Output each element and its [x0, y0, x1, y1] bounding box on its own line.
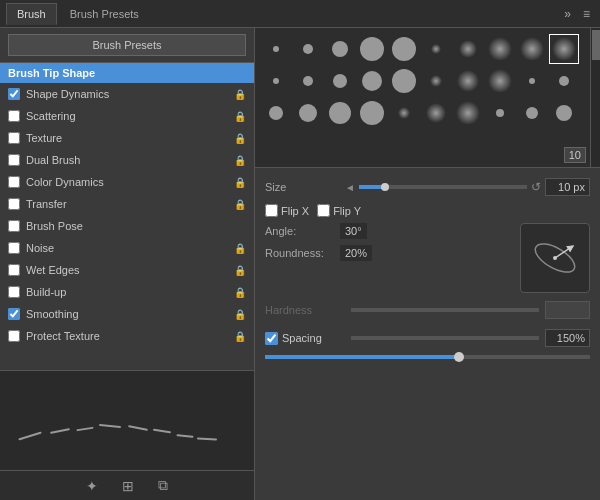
angle-roundness-row: Angle: 30° Roundness: 20%	[265, 223, 590, 293]
checkbox-noise[interactable]	[8, 242, 20, 254]
preset-item[interactable]	[293, 34, 323, 64]
size-reset-icon[interactable]: ↺	[531, 180, 541, 194]
size-value-input[interactable]	[545, 178, 590, 196]
option-shape-dynamics[interactable]: Shape Dynamics 🔒	[0, 83, 254, 105]
angle-roundness-fields: Angle: 30° Roundness: 20%	[265, 223, 510, 293]
hardness-value	[545, 301, 590, 319]
checkbox-shape-dynamics[interactable]	[8, 88, 20, 100]
preset-item[interactable]	[517, 66, 547, 96]
presets-scroll-thumb[interactable]	[592, 30, 600, 60]
angle-label: Angle:	[265, 225, 340, 237]
lock-icon-protect-texture: 🔒	[234, 331, 246, 342]
panel-menu-icon[interactable]: ≡	[579, 5, 594, 23]
preset-item[interactable]	[261, 34, 291, 64]
preset-item[interactable]	[293, 98, 323, 128]
size-slider-thumb[interactable]	[381, 183, 389, 191]
preset-item[interactable]	[549, 34, 579, 64]
presets-grid	[255, 28, 600, 134]
preset-item[interactable]	[325, 34, 355, 64]
preset-item[interactable]	[261, 66, 291, 96]
preset-item[interactable]	[325, 98, 355, 128]
angle-value: 30°	[340, 223, 367, 239]
preset-item[interactable]	[357, 34, 387, 64]
checkbox-dual-brush[interactable]	[8, 154, 20, 166]
size-slider-track[interactable]	[359, 185, 527, 189]
preset-item[interactable]	[549, 98, 579, 128]
hardness-slider[interactable]	[351, 308, 539, 312]
option-wet-edges[interactable]: Wet Edges 🔒	[0, 259, 254, 281]
option-protect-texture[interactable]: Protect Texture 🔒	[0, 325, 254, 347]
spacing-slider-thumb[interactable]	[454, 352, 464, 362]
option-transfer[interactable]: Transfer 🔒	[0, 193, 254, 215]
checkbox-texture[interactable]	[8, 132, 20, 144]
option-texture[interactable]: Texture 🔒	[0, 127, 254, 149]
preset-item[interactable]	[421, 66, 451, 96]
preset-item[interactable]	[357, 66, 387, 96]
lock-icon-smoothing: 🔒	[234, 309, 246, 320]
brush-angle-preview	[520, 223, 590, 293]
brush-angle-svg	[525, 228, 585, 288]
checkbox-scattering[interactable]	[8, 110, 20, 122]
preset-item[interactable]	[389, 66, 419, 96]
preset-item[interactable]	[549, 66, 579, 96]
checkbox-build-up[interactable]	[8, 286, 20, 298]
checkbox-transfer[interactable]	[8, 198, 20, 210]
option-noise[interactable]: Noise 🔒	[0, 237, 254, 259]
main-content: Brush Presets Brush Tip Shape Shape Dyna…	[0, 28, 600, 500]
tab-brush-presets[interactable]: Brush Presets	[59, 3, 150, 25]
preset-item[interactable]	[517, 98, 547, 128]
presets-scrollbar[interactable]	[590, 28, 600, 167]
size-slider-left-arrow[interactable]: ◄	[345, 182, 355, 193]
delete-brush-icon[interactable]: ⧉	[154, 475, 172, 496]
spacing-checkbox[interactable]	[265, 332, 278, 345]
preset-item[interactable]	[453, 98, 483, 128]
preset-item[interactable]	[325, 66, 355, 96]
preset-item[interactable]	[357, 98, 387, 128]
option-color-dynamics[interactable]: Color Dynamics 🔒	[0, 171, 254, 193]
checkbox-protect-texture[interactable]	[8, 330, 20, 342]
preset-item[interactable]	[453, 34, 483, 64]
brush-grid-view-icon[interactable]: ⊞	[118, 476, 138, 496]
option-scattering[interactable]: Scattering 🔒	[0, 105, 254, 127]
brush-tip-shape-header[interactable]: Brush Tip Shape	[0, 63, 254, 83]
preset-item[interactable]	[421, 98, 451, 128]
option-dual-brush[interactable]: Dual Brush 🔒	[0, 149, 254, 171]
preset-item[interactable]	[517, 34, 547, 64]
roundness-value: 20%	[340, 245, 372, 261]
brush-options-list: Brush Tip Shape Shape Dynamics 🔒 Scatter…	[0, 63, 254, 370]
angle-row: Angle: 30°	[265, 223, 510, 239]
preset-item[interactable]	[485, 98, 515, 128]
lock-icon-build-up: 🔒	[234, 287, 246, 298]
preset-item[interactable]	[453, 66, 483, 96]
flip-x-label: Flip X	[281, 205, 309, 217]
spacing-value-input[interactable]	[545, 329, 590, 347]
preset-item[interactable]	[485, 66, 515, 96]
preset-item[interactable]	[389, 98, 419, 128]
option-brush-pose[interactable]: Brush Pose	[0, 215, 254, 237]
flip-row: Flip X Flip Y	[265, 204, 590, 217]
option-build-up[interactable]: Build-up 🔒	[0, 281, 254, 303]
flip-y-checkbox[interactable]	[317, 204, 330, 217]
spacing-slider-row	[265, 355, 590, 359]
checkbox-color-dynamics[interactable]	[8, 176, 20, 188]
flip-x-wrap: Flip X	[265, 204, 309, 217]
preset-item[interactable]	[485, 34, 515, 64]
brush-canvas	[0, 371, 245, 470]
spacing-slider-track[interactable]	[265, 355, 590, 359]
checkbox-smoothing[interactable]	[8, 308, 20, 320]
flip-x-checkbox[interactable]	[265, 204, 278, 217]
tab-brush[interactable]: Brush	[6, 3, 57, 25]
brush-presets-button[interactable]: Brush Presets	[8, 34, 246, 56]
checkbox-wet-edges[interactable]	[8, 264, 20, 276]
spacing-slider-placeholder[interactable]	[351, 336, 539, 340]
preset-item[interactable]	[293, 66, 323, 96]
create-new-brush-icon[interactable]: ✦	[82, 476, 102, 496]
preset-item[interactable]	[421, 34, 451, 64]
preset-item[interactable]	[261, 98, 291, 128]
checkbox-brush-pose[interactable]	[8, 220, 20, 232]
lock-icon-dual-brush: 🔒	[234, 155, 246, 166]
spacing-label: Spacing	[282, 332, 322, 344]
preset-item[interactable]	[389, 34, 419, 64]
expand-icon[interactable]: »	[560, 5, 575, 23]
option-smoothing[interactable]: Smoothing 🔒	[0, 303, 254, 325]
